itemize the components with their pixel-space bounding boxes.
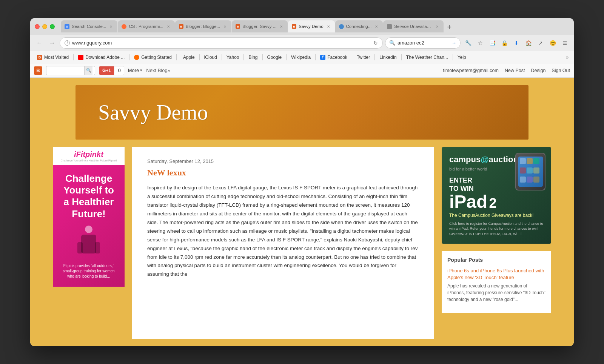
app-icon-1 (520, 158, 526, 164)
most-visited-favicon: B (37, 55, 42, 60)
ad-banner[interactable]: campus@auction bid for a better world EN… (442, 147, 551, 244)
popular-posts: Popular Posts iPhone 6s and iPhone 6s Pl… (442, 251, 551, 313)
post-title[interactable]: NeW lexux (147, 168, 419, 178)
bookmark-download-adobe[interactable]: Download Adobe ... (74, 53, 128, 61)
popular-post-link-1[interactable]: iPhone 6s and iPhone 6s Plus launched wi… (447, 267, 545, 281)
tab-savvy-demo[interactable]: B Savvy Demo ✕ (288, 20, 334, 32)
bookmark-divider-1 (73, 54, 74, 60)
ad-brand-at: @ (481, 155, 488, 164)
fitpink-logo: iFitpinkt (56, 150, 122, 159)
bookmark-divider-4 (199, 54, 200, 60)
bookmark-apple[interactable]: Apple (177, 53, 199, 61)
fitpink-caption: Fitpink provides "all outdoors," small-g… (60, 263, 117, 279)
bookmark-twitter[interactable]: Twitter (353, 53, 374, 61)
tab-close-blogger2[interactable]: ✕ (279, 24, 284, 29)
bookmark-divider-13 (453, 54, 453, 60)
getting-started-label: Getting Started (141, 55, 172, 60)
blog-right-sidebar: campus@auction bid for a better world EN… (434, 147, 551, 339)
tab-blogger2[interactable]: B Blogger: Savvy ... ✕ (232, 20, 288, 32)
bookmark-google[interactable]: Google (263, 53, 286, 61)
bookmark-getting-started[interactable]: Getting Started (130, 53, 176, 61)
ad-ipad-row: iPad 2 (449, 193, 544, 211)
maximize-button[interactable] (50, 24, 55, 29)
title-bar: S Search Console... ✕ CS : Programmi... … (30, 18, 574, 35)
download-icon[interactable]: ⬇ (511, 38, 522, 48)
bookmark-weather[interactable]: The Weather Chan... (402, 53, 452, 61)
tab-connecting[interactable]: Connecting... ✕ (335, 20, 383, 32)
facebook-label: Facebook (327, 55, 347, 60)
tools-icon[interactable]: 🔧 (463, 38, 473, 48)
search-bar[interactable]: 🔍 amazon ec2 → (385, 37, 461, 49)
tab-blogger1[interactable]: B Blogger: Blogge... ✕ (175, 20, 231, 32)
bookmarks-more-button[interactable]: » (564, 53, 571, 61)
tab-close-connecting[interactable]: ✕ (374, 24, 379, 29)
app-icon-5 (527, 167, 533, 174)
tab-unavailable[interactable]: Service Unavailable ✕ (383, 20, 444, 32)
back-button[interactable]: ← (34, 38, 45, 48)
ad-ipad: iPad (449, 193, 487, 211)
emoji-icon[interactable]: 😊 (547, 38, 558, 48)
nav-icons: 🔧 ☆ 📑 🔒 ⬇ 🏠 ↗ 😊 ☰ (463, 38, 570, 48)
tab-close-unavailable[interactable]: ✕ (435, 24, 440, 29)
minimize-button[interactable] (42, 24, 47, 29)
bookmarks-bar: B Most Visited Download Adobe ... Gettin… (30, 51, 574, 63)
bookmark-facebook[interactable]: f Facebook (316, 53, 351, 61)
app-icon-4 (520, 167, 526, 174)
ad-brand-auction: auction (489, 155, 518, 164)
search-query: amazon ec2 (398, 40, 424, 46)
bookmark-divider-5 (222, 54, 222, 60)
close-button[interactable] (35, 24, 40, 29)
icloud-label: iCloud (204, 55, 217, 60)
blogger-search-bar[interactable]: 🔍 (46, 66, 95, 75)
new-tab-button[interactable]: + (444, 22, 455, 32)
bookmark-icon[interactable]: 📑 (487, 38, 498, 48)
bookmark-bing[interactable]: Bing (245, 53, 261, 61)
app-icon-9 (533, 177, 539, 183)
refresh-button[interactable]: ↻ (373, 40, 378, 46)
menu-icon[interactable]: ☰ (559, 38, 570, 48)
bookmark-yahoo[interactable]: Yahoo (223, 53, 243, 61)
yahoo-label: Yahoo (226, 55, 239, 60)
blog-title: Savvy Demo (98, 100, 506, 124)
fitpink-header: iFitpinkt Challenge Yourself to a Health… (53, 147, 125, 165)
blogger-next-blog-button[interactable]: Next Blog» (146, 68, 170, 73)
tab-close-savvy-demo[interactable]: ✕ (326, 24, 331, 29)
tab-favicon-unavailable (387, 24, 392, 29)
tab-search-console[interactable]: S Search Console... ✕ (61, 20, 117, 32)
tab-label-unavailable: Service Unavailable (394, 24, 432, 29)
shield-icon[interactable]: 🔒 (499, 38, 510, 48)
bookmark-linkedin[interactable]: LinkedIn (376, 53, 400, 61)
yelp-label: Yelp (458, 55, 466, 60)
tab-cs-programmi[interactable]: CS : Programmi... ✕ (118, 20, 174, 32)
tab-favicon-connecting (339, 24, 344, 29)
address-bar[interactable]: i www.ngquery.com ↻ (60, 37, 383, 49)
bookmark-wikipedia[interactable]: Wikipedia (287, 53, 314, 61)
gplus-count[interactable]: 0 (115, 66, 124, 75)
home-icon[interactable]: 🏠 (523, 38, 534, 48)
forward-button[interactable]: → (47, 38, 57, 48)
tab-label-search-console: Search Console... (72, 24, 106, 29)
tab-close-blogger1[interactable]: ✕ (222, 24, 228, 29)
star-icon[interactable]: ☆ (475, 38, 485, 48)
bookmark-icloud[interactable]: iCloud (200, 53, 221, 61)
tab-label-blogger1: Blogger: Blogge... (186, 24, 220, 29)
download-adobe-label: Download Adobe ... (85, 55, 125, 60)
design-button[interactable]: Design (531, 68, 545, 73)
bookmark-yelp[interactable]: Yelp (454, 53, 470, 61)
tab-favicon-blogger2: B (236, 24, 240, 29)
gplus-button[interactable]: G+1 0 (99, 66, 124, 75)
share-icon[interactable]: ↗ (535, 38, 546, 48)
bookmark-most-visited[interactable]: B Most Visited (33, 53, 72, 61)
blogger-more-button[interactable]: More ▾ (128, 68, 143, 73)
blogger-icon[interactable]: B (34, 66, 42, 75)
sign-out-button[interactable]: Sign Out (552, 68, 570, 73)
gplus-label[interactable]: G+1 (99, 66, 114, 75)
search-go-icon[interactable]: → (451, 40, 456, 46)
tab-close-cs[interactable]: ✕ (166, 24, 171, 29)
ad-top: campus@auction bid for a better world EN… (449, 155, 544, 218)
bookmark-divider-2 (129, 54, 129, 60)
new-post-button[interactable]: New Post (505, 68, 525, 73)
blogger-search-input[interactable] (46, 68, 84, 73)
blogger-search-button[interactable]: 🔍 (84, 66, 92, 75)
tab-close-search-console[interactable]: ✕ (108, 24, 114, 29)
